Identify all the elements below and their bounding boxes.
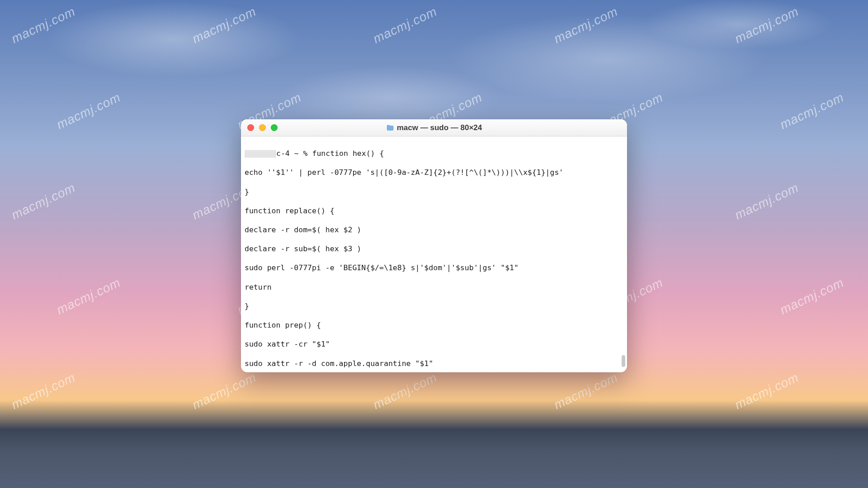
watermark: macmj.com (9, 370, 77, 412)
watermark: macmj.com (732, 180, 801, 222)
desktop-background: macmj.com macmj.com macmj.com macmj.com … (0, 0, 868, 488)
terminal-line: function replace() { (245, 206, 623, 216)
terminal-line: sudo perl -0777pi -e 'BEGIN{$/=\1e8} s|'… (245, 263, 623, 272)
traffic-lights (241, 124, 278, 131)
terminal-line: } (245, 187, 623, 197)
terminal-line: return (245, 282, 623, 292)
scrollbar-thumb[interactable] (622, 355, 625, 367)
terminal-line: declare -r sub=$( hex $3 ) (245, 244, 623, 253)
terminal-window[interactable]: macw — sudo — 80×24 c-4 ~ % function hex… (241, 119, 627, 372)
watermark: macmj.com (732, 370, 801, 412)
watermark: macmj.com (190, 4, 258, 46)
terminal-line: function hex() { (312, 149, 384, 158)
zoom-button[interactable] (271, 124, 278, 131)
minimize-button[interactable] (259, 124, 266, 131)
window-title-text: macw — sudo — 80×24 (397, 123, 482, 132)
watermark: macmj.com (9, 4, 77, 46)
watermark: macmj.com (54, 275, 123, 317)
terminal-line: } (245, 301, 623, 311)
watermark: macmj.com (732, 4, 801, 46)
watermark: macmj.com (778, 90, 846, 132)
terminal-line: echo ''$1'' | perl -0777pe 's|([0-9a-zA-… (245, 168, 623, 177)
window-titlebar[interactable]: macw — sudo — 80×24 (241, 119, 627, 136)
terminal-line: function prep() { (245, 320, 623, 330)
prompt-suffix: c-4 ~ % (276, 149, 312, 158)
watermark: macmj.com (371, 370, 439, 412)
window-title: macw — sudo — 80×24 (241, 123, 627, 132)
redacted-hostname (245, 150, 276, 158)
watermark: macmj.com (778, 275, 846, 317)
watermark: macmj.com (552, 4, 620, 46)
watermark: macmj.com (371, 4, 439, 46)
terminal-line: sudo xattr -cr "$1" (245, 339, 623, 349)
terminal-line: declare -r dom=$( hex $2 ) (245, 225, 623, 235)
terminal-output[interactable]: c-4 ~ % function hex() { echo ''$1'' | p… (241, 136, 627, 372)
close-button[interactable] (247, 124, 254, 131)
watermark: macmj.com (552, 370, 620, 412)
terminal-line: sudo xattr -r -d com.apple.quarantine "$… (245, 359, 623, 368)
watermark: macmj.com (9, 180, 77, 222)
watermark: macmj.com (190, 370, 258, 412)
folder-icon (386, 124, 394, 132)
watermark: macmj.com (54, 90, 123, 132)
